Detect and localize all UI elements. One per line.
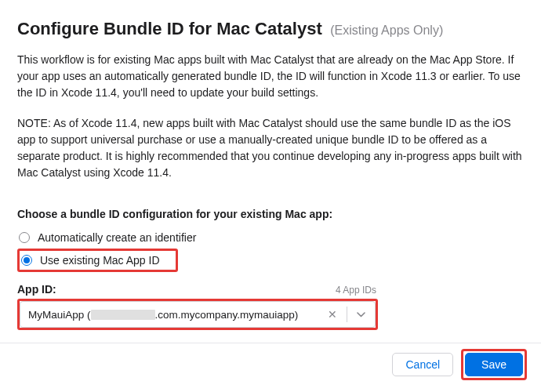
app-id-value-prefix: MyMauiApp ( [28, 309, 91, 321]
save-button-highlight: Save [461, 349, 527, 380]
chevron-down-icon[interactable] [355, 312, 370, 318]
radio-option-auto[interactable]: Automatically create an identifier [17, 228, 524, 247]
radio-label-auto: Automatically create an identifier [38, 231, 196, 244]
intro-paragraph-2: NOTE: As of Xcode 11.4, new apps built w… [17, 115, 524, 181]
radio-label-existing: Use existing Mac App ID [40, 254, 160, 267]
app-id-count: 4 App IDs [336, 285, 376, 296]
app-id-label: App ID: [17, 283, 56, 296]
page-subtitle: (Existing Apps Only) [330, 24, 443, 37]
select-divider [347, 307, 347, 322]
radio-icon [19, 232, 30, 243]
app-id-select[interactable]: MyMauiApp (.com.mycompany.mymauiapp) ✕ [20, 301, 376, 328]
app-id-select-highlight: MyMauiApp (.com.mycompany.mymauiapp) ✕ [17, 299, 378, 330]
footer-divider [0, 343, 541, 343]
intro-paragraph-1: This workflow is for existing Mac apps b… [17, 52, 524, 101]
app-id-value: MyMauiApp (.com.mycompany.mymauiapp) [28, 309, 326, 321]
choose-label: Choose a bundle ID configuration for you… [17, 208, 524, 220]
redacted-segment [91, 310, 155, 320]
radio-option-existing[interactable]: Use existing Mac App ID [17, 249, 178, 272]
app-id-value-suffix: .com.mycompany.mymauiapp) [155, 309, 299, 321]
radio-icon-checked [21, 255, 32, 266]
save-button[interactable]: Save [465, 353, 523, 376]
cancel-button[interactable]: Cancel [392, 353, 453, 376]
page-title: Configure Bundle ID for Mac Catalyst [17, 19, 322, 38]
clear-icon[interactable]: ✕ [326, 308, 339, 321]
